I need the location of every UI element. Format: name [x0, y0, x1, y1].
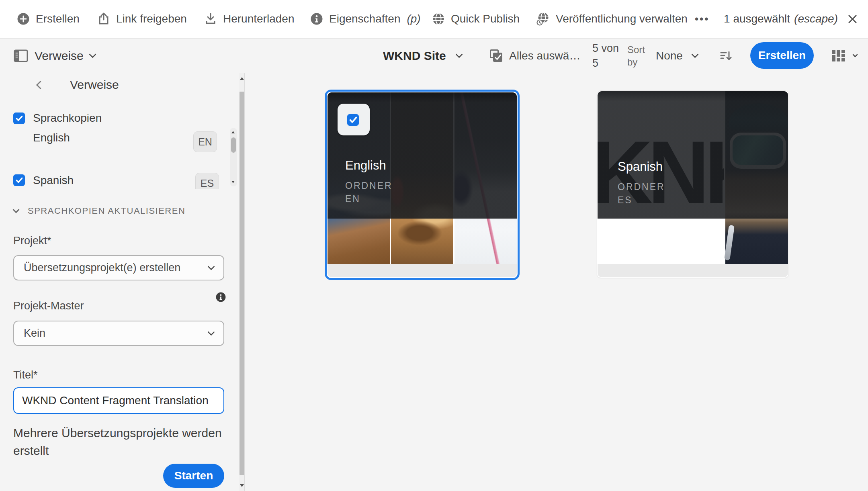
scrollbar-thumb[interactable]	[231, 137, 236, 153]
view-toolbar: Verweise WKND Site Alles auswä… 5 von 5 …	[0, 39, 868, 73]
properties-label: Eigenschaften	[329, 12, 400, 25]
language-name: English	[33, 131, 70, 144]
project-master-dropdown[interactable]: Kein	[13, 321, 224, 346]
scroll-up-icon[interactable]	[231, 131, 235, 133]
sort-direction-button[interactable]	[720, 39, 732, 73]
rail-panel-icon	[14, 49, 28, 62]
sort-value: None	[656, 49, 683, 62]
project-master-label: Projekt-Master	[13, 300, 84, 312]
language-code-badge: ES	[195, 173, 219, 189]
panel-title: Verweise	[70, 78, 119, 92]
section-title: SPRACHKOPIEN AKTUALISIEREN	[28, 206, 185, 216]
panel-scrollbar[interactable]	[239, 73, 244, 491]
title-field-label: Titel*	[13, 369, 38, 381]
language-name: Spanish	[33, 174, 74, 187]
more-icon: •••	[695, 13, 709, 25]
selection-escape-hint: (escape)	[794, 12, 838, 25]
references-panel: Verweise Sprachkopien English EN Spanish…	[0, 73, 239, 491]
title-input[interactable]	[13, 387, 224, 414]
toolbar-divider	[713, 47, 713, 65]
item-count: 5 von 5	[592, 39, 624, 73]
share-icon	[97, 12, 111, 26]
folder-card-spanish[interactable]: KNKN Spanish ORDNER ES	[597, 90, 789, 278]
selection-status: 1 ausgewählt (escape)	[724, 0, 858, 38]
language-code-badge: EN	[193, 131, 217, 152]
selection-count: 1 ausgewählt	[724, 12, 790, 25]
share-link-button[interactable]: Link freigeben	[97, 0, 187, 38]
more-actions-button[interactable]: •••	[695, 0, 709, 38]
card-code: ES	[618, 194, 665, 207]
card-footer	[328, 264, 517, 277]
select-all-button[interactable]: Alles auswä…	[489, 39, 580, 73]
globe-icon	[432, 12, 445, 26]
chevron-down-icon	[691, 51, 698, 58]
rail-selector-label: Verweise	[35, 49, 84, 63]
project-master-value: Kein	[24, 327, 45, 340]
card-view-icon	[831, 50, 845, 62]
multi-project-note: Mehrere Übersetzungsprojekte werden erst…	[13, 424, 230, 460]
back-icon[interactable]	[36, 81, 45, 89]
divider	[0, 189, 239, 189]
info-circle-icon	[310, 12, 323, 26]
download-label: Herunterladen	[223, 12, 294, 25]
start-button[interactable]: Starten	[163, 464, 224, 488]
card-title: English	[345, 158, 393, 173]
language-copies-label: Sprachkopien	[33, 112, 102, 125]
manage-publication-label: Veröffentlichung verwalten	[556, 12, 688, 25]
properties-shortcut: (p)	[407, 12, 420, 25]
breadcrumb[interactable]: WKND Site	[383, 39, 462, 73]
card-type: ORDNER	[345, 179, 393, 192]
sort-ascending-icon	[720, 51, 732, 61]
language-copies-list: Sprachkopien English EN Spanish ES	[0, 103, 239, 189]
page-title: WKND Site	[383, 49, 446, 63]
create-action-label: Erstellen	[36, 12, 80, 25]
card-grid: English ORDNER EN KNKN	[245, 73, 868, 491]
rail-selector[interactable]: Verweise	[14, 39, 95, 73]
chevron-down-icon	[207, 328, 215, 336]
section-collapse-icon[interactable]	[13, 207, 20, 213]
card-code: EN	[345, 192, 393, 206]
scroll-up-icon[interactable]	[240, 77, 244, 80]
scroll-down-icon[interactable]	[240, 484, 244, 487]
view-switcher[interactable]	[831, 39, 857, 73]
sort-by-label: Sort by	[627, 39, 651, 73]
card-selection-tile[interactable]	[338, 104, 370, 135]
chevron-down-icon	[89, 51, 96, 58]
download-button[interactable]: Herunterladen	[204, 0, 294, 38]
select-all-icon	[489, 49, 503, 63]
quick-publish-button[interactable]: Quick Publish	[432, 0, 520, 38]
close-icon[interactable]	[847, 13, 858, 25]
plus-circle-icon	[16, 12, 30, 26]
card-footer	[598, 264, 788, 277]
sort-value-dropdown[interactable]: None	[656, 39, 698, 73]
language-copies-checkbox[interactable]	[13, 113, 25, 124]
selection-action-bar: Erstellen Link freigeben Herunterladen E…	[0, 0, 868, 39]
project-dropdown-value: Übersetzungsprojekt(e) erstellen	[24, 262, 180, 274]
properties-button[interactable]: Eigenschaften (p)	[310, 0, 421, 38]
card-type: ORDNER	[618, 180, 665, 194]
globe-clock-icon	[536, 12, 550, 26]
folder-card-english[interactable]: English ORDNER EN	[325, 90, 520, 280]
language-list-scrollbar[interactable]	[230, 128, 237, 186]
project-field-label: Projekt*	[13, 235, 51, 247]
panel-content-divider	[244, 73, 245, 491]
create-action-button[interactable]: Erstellen	[16, 0, 80, 38]
download-icon	[204, 12, 217, 26]
quick-publish-label: Quick Publish	[451, 12, 520, 25]
chevron-down-icon	[852, 51, 858, 57]
scroll-down-icon[interactable]	[231, 181, 235, 183]
project-dropdown[interactable]: Übersetzungsprojekt(e) erstellen	[13, 255, 224, 280]
manage-publication-button[interactable]: Veröffentlichung verwalten	[536, 0, 688, 38]
scrollbar-thumb[interactable]	[240, 92, 244, 475]
card-checkbox[interactable]	[347, 114, 359, 126]
language-checkbox-spanish[interactable]	[13, 174, 25, 186]
chevron-down-icon	[455, 51, 463, 58]
share-link-label: Link freigeben	[116, 12, 187, 25]
card-title: Spanish	[618, 160, 665, 174]
chevron-down-icon	[207, 263, 215, 270]
select-all-label: Alles auswä…	[509, 49, 580, 62]
info-icon[interactable]	[215, 292, 226, 303]
create-button[interactable]: Erstellen	[750, 42, 814, 69]
